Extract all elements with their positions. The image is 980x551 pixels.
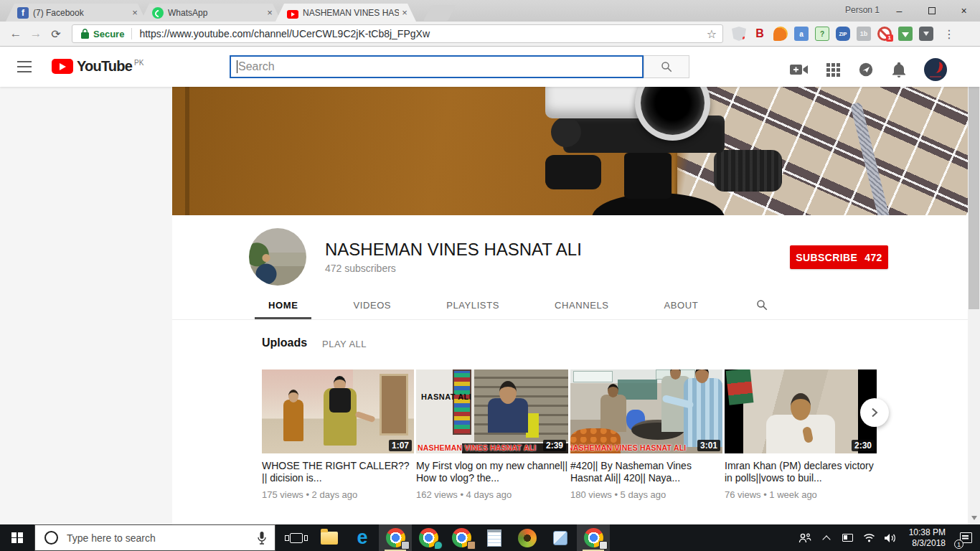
forward-button[interactable]: → (26, 27, 46, 41)
tb-extension-icon[interactable]: 1b (857, 27, 871, 41)
tablet-mode-icon[interactable] (837, 524, 859, 551)
messages-icon[interactable] (858, 62, 874, 77)
channel-search-icon[interactable] (755, 291, 768, 319)
video-card[interactable]: HASNAT ALI NASHEMAN VINES HASNAT ALI 2:3… (416, 369, 568, 500)
video-card[interactable]: NASHEMAN VINES HASNAT ALI 3:01 #420|| By… (570, 369, 722, 500)
video-thumbnail[interactable]: NASHEMAN VINES HASNAT ALI 3:01 (570, 369, 722, 453)
tab-home[interactable]: HOME (255, 291, 311, 319)
tripod-arm-right (714, 150, 782, 192)
file-explorer-button[interactable] (313, 524, 346, 551)
scroll-down-arrow-icon[interactable] (971, 516, 977, 520)
video-card[interactable]: 2:30 Imran Khan (PM) declares victory in… (725, 369, 877, 500)
spark-extension-icon[interactable] (773, 27, 788, 41)
notepad-button[interactable] (478, 524, 511, 551)
people-tray-icon[interactable] (794, 524, 816, 551)
close-button[interactable]: × (948, 0, 980, 21)
scrollbar-thumb[interactable] (969, 58, 979, 309)
adblock-extension-icon[interactable]: B (753, 27, 767, 41)
chrome-button-4[interactable] (577, 524, 610, 551)
snagit-button[interactable] (511, 524, 544, 551)
apps-grid-icon[interactable] (826, 63, 840, 77)
system-tray: 10:38 PM 8/3/2018 1 (794, 524, 980, 551)
tab-videos[interactable]: VIDEOS (339, 291, 405, 319)
uploads-heading: Uploads (262, 336, 307, 349)
microphone-icon[interactable] (258, 532, 266, 545)
browser-toolbar: ← → ⟳ Secure https://www.youtube.com/cha… (0, 22, 980, 47)
taskbar-search-box[interactable]: Type here to search (34, 524, 275, 551)
upload-video-icon[interactable] (790, 63, 809, 76)
play-all-link[interactable]: PLAY ALL (322, 339, 367, 349)
shield-extension-icon[interactable]: 1 (732, 27, 746, 41)
video-card[interactable]: 1:07 WHOSE THE RIGHT CALLER??|| dicision… (262, 369, 414, 500)
measure-extension-icon[interactable]: a (794, 27, 809, 41)
back-button[interactable]: ← (6, 27, 26, 41)
taskbar-clock[interactable]: 10:38 PM 8/3/2018 (902, 527, 951, 549)
search-button[interactable] (644, 55, 689, 78)
download-gray-extension-icon[interactable] (919, 27, 933, 41)
tab-about[interactable]: ABOUT (651, 291, 712, 319)
extensions-row: 1 B a ? ZIP 1b 1 (732, 27, 933, 41)
browser-tab-facebook[interactable]: f (7) Facebook × (6, 4, 146, 22)
chrome-button-1[interactable] (379, 524, 412, 551)
browser-tab-youtube-active[interactable]: NASHEMAN VINES HASN × (275, 4, 416, 22)
chrome-profile-badge (401, 541, 410, 550)
start-button[interactable] (0, 524, 34, 551)
video-title[interactable]: Imran Khan (PM) declares victory in poll… (725, 460, 877, 484)
chrome-button-2[interactable] (412, 524, 445, 551)
channel-page-column: NASHEMAN VINES HASNAT ALI 472 subscriber… (172, 215, 969, 524)
video-thumbnail[interactable]: HASNAT ALI NASHEMAN VINES HASNAT ALI 2:3… (416, 369, 568, 453)
browser-tab-whatsapp[interactable]: WhatsApp × (141, 4, 281, 22)
taskbar-search-placeholder: Type here to search (67, 532, 258, 544)
subscribe-button[interactable]: SUBSCRIBE 472 (790, 245, 888, 269)
zip-extension-icon[interactable]: ZIP (836, 27, 850, 41)
youtube-logo[interactable]: YouTube PK (52, 58, 143, 75)
subscribe-count: 472 (864, 252, 882, 263)
edge-button[interactable]: e (346, 524, 379, 551)
channel-avatar[interactable] (249, 228, 306, 286)
download-green-extension-icon[interactable] (898, 27, 913, 41)
wifi-icon[interactable] (859, 524, 880, 551)
notifications-bell-icon[interactable] (892, 62, 906, 77)
task-view-button[interactable] (280, 524, 313, 551)
action-center-button[interactable]: 1 (951, 524, 980, 551)
channel-banner (172, 87, 969, 215)
new-tab-button[interactable] (423, 5, 456, 21)
video-thumbnail[interactable]: 2:30 (725, 369, 877, 453)
minimize-button[interactable]: – (883, 0, 915, 21)
browser-profile-name[interactable]: Person 1 (845, 5, 880, 15)
tab-close-icon[interactable]: × (399, 7, 410, 19)
reload-button[interactable]: ⟳ (46, 27, 66, 41)
tab-playlists[interactable]: PLAYLISTS (433, 291, 513, 319)
search-input[interactable] (230, 55, 644, 78)
blocker-extension-icon[interactable]: 1 (877, 27, 892, 41)
video-thumbnail[interactable]: 1:07 (262, 369, 414, 453)
tab-close-icon[interactable]: × (264, 7, 275, 19)
maximize-button[interactable] (915, 0, 948, 21)
hamburger-menu-icon[interactable] (17, 61, 32, 72)
windows-taskbar: Type here to search e (0, 524, 980, 551)
browser-menu-icon[interactable]: ⋮ (943, 27, 955, 41)
carousel-next-button[interactable] (860, 398, 889, 427)
page-scrollbar[interactable] (968, 47, 980, 524)
video-title[interactable]: #420|| By Nasheman Vines Hasnat Ali|| 42… (570, 460, 722, 484)
uploads-section: Uploads PLAY ALL 1:07 WHOSE THE RIGHT CA… (172, 319, 969, 524)
address-bar[interactable]: Secure https://www.youtube.com/channel/U… (72, 24, 723, 43)
tab-channels[interactable]: CHANNELS (541, 291, 623, 319)
account-avatar[interactable] (924, 58, 947, 81)
bookmark-star-icon[interactable]: ☆ (707, 27, 717, 41)
chrome-profile-badge (599, 541, 608, 550)
help-extension-icon[interactable]: ? (815, 27, 829, 41)
tray-expand-icon[interactable] (816, 524, 837, 551)
cube-app-button[interactable] (544, 524, 577, 551)
video-title[interactable]: My First vlog on my new channel|| How to… (416, 460, 568, 484)
video-title[interactable]: WHOSE THE RIGHT CALLER??|| dicision is..… (262, 460, 414, 484)
tab-close-icon[interactable]: × (129, 7, 141, 19)
youtube-wordmark: YouTube (77, 58, 132, 75)
banner-door-edge (185, 87, 189, 215)
tab-title: WhatsApp (168, 8, 264, 18)
volume-icon[interactable] (880, 524, 902, 551)
url-text[interactable]: https://www.youtube.com/channel/UCerCWL9… (139, 28, 702, 39)
edge-icon: e (357, 528, 367, 547)
taskbar-apps: e (280, 524, 610, 551)
chrome-button-3[interactable] (445, 524, 478, 551)
